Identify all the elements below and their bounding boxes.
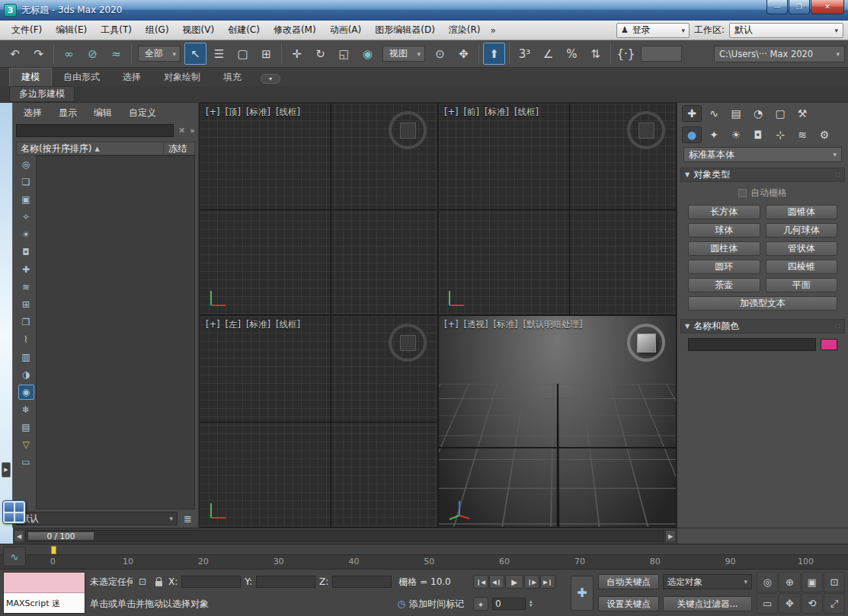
- viewport-style-menu[interactable]: [标准]: [246, 107, 270, 118]
- title-bar[interactable]: 3 无标题 - 3ds Max 2020 — ❐ ✕: [0, 0, 848, 21]
- explorer-tab-customize[interactable]: 自定义: [121, 105, 164, 121]
- column-frozen-header[interactable]: 冻结: [163, 142, 190, 155]
- track-bar[interactable]: ∿ 0102030405060708090100: [0, 544, 848, 569]
- explorer-tab-select[interactable]: 选择: [16, 105, 50, 121]
- geometry-category[interactable]: ●: [682, 126, 702, 143]
- select-and-link-button[interactable]: ∞: [58, 43, 80, 65]
- ribbon-tab-freeform[interactable]: 自由形式: [52, 69, 111, 86]
- teapot-button[interactable]: 茶壶: [688, 278, 760, 292]
- ribbon-collapse-button[interactable]: ▾: [261, 74, 280, 84]
- helpers-category[interactable]: ⊹: [770, 126, 790, 143]
- add-time-tag[interactable]: 添加时间标记: [409, 598, 464, 611]
- minimize-button[interactable]: —: [766, 0, 788, 14]
- sort-ascending-icon[interactable]: ▲: [94, 145, 99, 152]
- display-tab[interactable]: ▢: [770, 105, 790, 122]
- menu-item-rendering[interactable]: 渲染(R): [442, 21, 488, 40]
- viewport-pov-menu[interactable]: [左]: [226, 319, 241, 330]
- maxscript-listener-field[interactable]: MAXScript 迷: [4, 593, 85, 613]
- maximize-viewport-toggle[interactable]: ⤢: [824, 593, 845, 614]
- viewport-pov-menu[interactable]: [透视]: [464, 319, 488, 330]
- viewcube-face[interactable]: [637, 334, 656, 353]
- layers-icon[interactable]: ≣: [181, 513, 195, 525]
- display-space-warps-button[interactable]: ≋: [18, 279, 34, 295]
- viewport-general-menu[interactable]: [+]: [206, 319, 220, 330]
- snaps-toggle[interactable]: 3³: [514, 43, 536, 65]
- display-materials-button[interactable]: ◑: [18, 367, 34, 382]
- viewport-pov-menu[interactable]: [前]: [464, 107, 479, 118]
- reference-coordinate-dropdown[interactable]: 视图▾: [382, 46, 425, 62]
- select-by-name-button[interactable]: ☰: [208, 43, 230, 65]
- z-coordinate-field[interactable]: [332, 576, 392, 588]
- set-key-button[interactable]: 设置关键点: [598, 596, 659, 611]
- viewcube[interactable]: [627, 111, 665, 149]
- expand-strip-button[interactable]: ▶: [2, 462, 11, 477]
- hierarchy-tab[interactable]: ▤: [726, 105, 746, 122]
- autogrid-checkbox[interactable]: [738, 189, 747, 197]
- named-selection-sets-button[interactable]: {·}: [615, 43, 637, 65]
- utilities-tab[interactable]: ⚒: [792, 105, 812, 122]
- ribbon-tab-populate[interactable]: 填充: [212, 69, 253, 86]
- name-color-rollout-header[interactable]: ▼ 名称和颜色 ∷: [680, 319, 845, 334]
- maximize-button[interactable]: ❐: [789, 0, 810, 14]
- auto-key-button[interactable]: 自动关键点: [598, 574, 659, 589]
- spinner-snap-toggle[interactable]: ⇅: [584, 43, 606, 65]
- frame-spinner[interactable]: ▴ ▾: [530, 600, 533, 608]
- time-slider-track[interactable]: 0 / 100: [25, 530, 664, 542]
- column-name-header[interactable]: 名称(按升序排序): [21, 142, 91, 155]
- y-coordinate-field[interactable]: [256, 576, 315, 588]
- viewport-pov-menu[interactable]: [顶]: [226, 107, 241, 118]
- display-shapes-button[interactable]: ✧: [18, 209, 34, 225]
- select-and-scale-button[interactable]: ◱: [333, 43, 355, 65]
- display-helpers-button[interactable]: ✚: [18, 262, 34, 277]
- explorer-tab-edit[interactable]: 编辑: [86, 105, 120, 121]
- undo-button[interactable]: ↶: [4, 43, 26, 65]
- tube-button[interactable]: 管状体: [766, 241, 838, 256]
- zoom-button[interactable]: ◎: [757, 572, 778, 592]
- display-influences-button[interactable]: ◎: [18, 157, 34, 172]
- select-and-place-button[interactable]: ◉: [357, 43, 379, 65]
- window-crossing-toggle[interactable]: ⊞: [255, 43, 277, 65]
- zoom-extents-button[interactable]: ▣: [802, 572, 823, 592]
- menu-item-views[interactable]: 视图(V): [176, 21, 222, 40]
- ribbon-tab-modeling[interactable]: 建模: [9, 68, 52, 86]
- viewport-front[interactable]: [+] [前] [标准] [线框]: [439, 104, 676, 314]
- key-filters-button[interactable]: 关键点过滤器...: [663, 596, 752, 611]
- pyramid-button[interactable]: 四棱锥: [766, 260, 838, 274]
- viewport-perspective[interactable]: [+] [透视] [标准] [默认明暗处理]: [439, 316, 676, 527]
- workspace-dropdown[interactable]: 默认 ▾: [729, 23, 843, 38]
- open-mini-curve-editor-button[interactable]: ∿: [3, 547, 26, 567]
- select-and-move-button[interactable]: ✛: [286, 43, 308, 65]
- angle-snap-toggle[interactable]: ∠: [537, 43, 559, 65]
- project-folder-dropdown[interactable]: C:\Users\··· Max 2020 ▾: [714, 46, 845, 62]
- viewcube[interactable]: [627, 324, 665, 362]
- explorer-search-input[interactable]: [16, 124, 174, 137]
- plane-button[interactable]: 平面: [766, 278, 838, 292]
- zoom-region-button[interactable]: ▭: [757, 593, 778, 614]
- trackbar-ruler[interactable]: 0102030405060708090100: [37, 544, 842, 569]
- time-marker[interactable]: [51, 546, 56, 554]
- percent-snap-toggle[interactable]: %: [561, 43, 583, 65]
- viewport-layout-icon[interactable]: [2, 500, 26, 524]
- isolate-selection-icon[interactable]: ⊡: [136, 576, 149, 587]
- next-frame-button[interactable]: ❙▶: [524, 575, 539, 589]
- systems-category[interactable]: ⚙: [814, 126, 834, 143]
- ribbon-tab-selection[interactable]: 选择: [111, 69, 152, 86]
- torus-button[interactable]: 圆环: [688, 260, 760, 274]
- display-geometry-button[interactable]: ▣: [18, 192, 34, 207]
- viewcube[interactable]: [389, 111, 427, 149]
- orbit-button[interactable]: ⟲: [802, 593, 823, 614]
- create-tab[interactable]: ✚: [682, 105, 702, 122]
- cameras-category[interactable]: ◘: [748, 126, 768, 143]
- ribbon-subtab-polygon-modeling[interactable]: 多边形建模: [9, 86, 75, 102]
- object-color-swatch[interactable]: [821, 339, 837, 350]
- viewport-style-menu[interactable]: [标准]: [494, 319, 518, 330]
- text-plus-button[interactable]: 加强型文本: [688, 296, 837, 311]
- selection-lock-toggle[interactable]: [152, 576, 165, 588]
- menu-item-tools[interactable]: 工具(T): [94, 21, 139, 40]
- select-and-rotate-button[interactable]: ↻: [309, 43, 331, 65]
- shapes-category[interactable]: ✦: [704, 126, 724, 143]
- viewport-style-menu[interactable]: [标准]: [485, 107, 509, 118]
- viewport-shading-menu[interactable]: [线框]: [276, 319, 300, 330]
- viewport-shading-menu[interactable]: [线框]: [276, 107, 300, 118]
- play-button[interactable]: ▶: [505, 575, 523, 589]
